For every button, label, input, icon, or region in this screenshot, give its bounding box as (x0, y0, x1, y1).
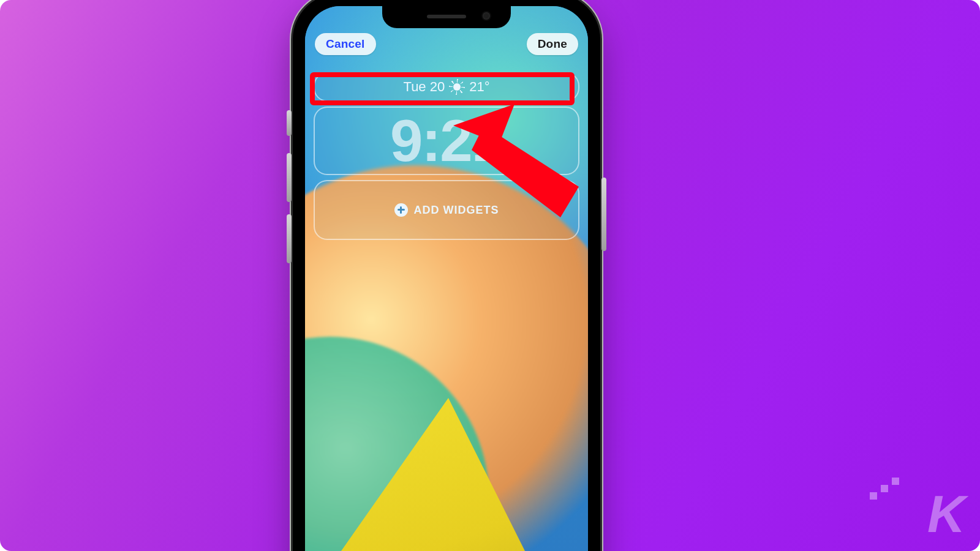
watermark-dots-icon (870, 478, 913, 502)
add-widgets-label: ADD WIDGETS (414, 204, 499, 217)
front-camera (483, 12, 490, 20)
watermark: K (927, 487, 964, 540)
time-widget[interactable]: 9:21 (314, 107, 579, 175)
clock-time: 9:21 (390, 111, 503, 170)
plus-circle-icon (394, 203, 408, 217)
speaker-grille (427, 15, 466, 18)
temperature-text: 21° (469, 79, 489, 95)
done-button[interactable]: Done (527, 33, 578, 55)
stage: Cancel Done Tue 20 21° 9:21 ADD WIDGETS (0, 0, 980, 551)
sun-icon (451, 81, 463, 93)
watermark-letter: K (927, 484, 964, 543)
volume-up-button[interactable] (287, 153, 292, 202)
cancel-button[interactable]: Cancel (315, 33, 376, 55)
phone-screen: Cancel Done Tue 20 21° 9:21 ADD WIDGETS (305, 6, 588, 551)
power-button[interactable] (601, 178, 606, 251)
notch (382, 6, 511, 28)
phone-frame: Cancel Done Tue 20 21° 9:21 ADD WIDGETS (293, 0, 600, 551)
volume-down-button[interactable] (287, 214, 292, 263)
editor-header: Cancel Done (305, 28, 588, 58)
add-widgets-slot[interactable]: ADD WIDGETS (314, 180, 579, 240)
date-weather-widget[interactable]: Tue 20 21° (314, 72, 579, 102)
mute-switch[interactable] (287, 110, 292, 136)
date-text: Tue 20 (404, 79, 445, 95)
